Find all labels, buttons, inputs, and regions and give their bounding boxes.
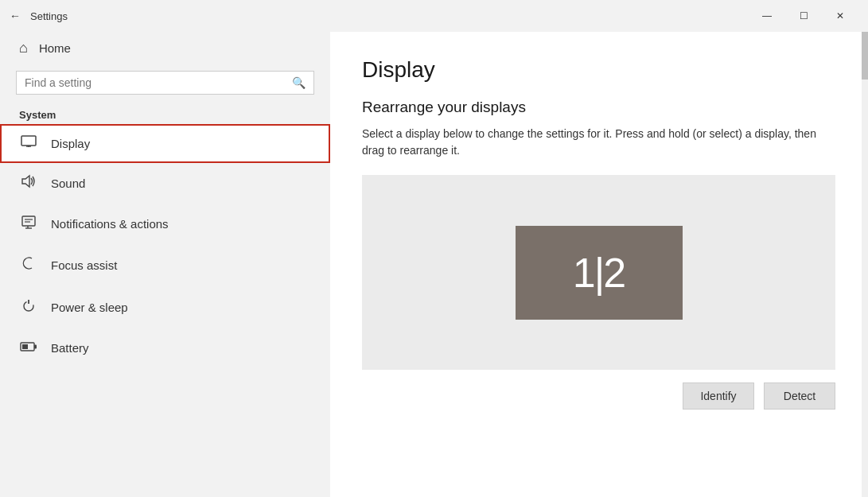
sidebar-item-battery-label: Battery xyxy=(51,341,89,355)
svg-marker-3 xyxy=(22,176,29,187)
display-number-label: 1|2 xyxy=(573,249,625,297)
display-monitor[interactable]: 1|2 xyxy=(516,226,683,320)
home-icon: ⌂ xyxy=(19,40,28,56)
sidebar-item-home[interactable]: ⌂ Home xyxy=(0,32,330,64)
button-row: Identify Detect xyxy=(362,382,835,410)
display-preview-area: 1|2 xyxy=(362,175,835,370)
title-bar-controls: — ☐ ✕ xyxy=(749,0,858,32)
content-area: Display Rearrange your displays Select a… xyxy=(330,32,868,497)
home-label: Home xyxy=(39,41,71,55)
main-layout: ⌂ Home 🔍 System Display xyxy=(0,32,868,497)
detect-button[interactable]: Detect xyxy=(764,382,835,410)
scrollbar-thumb[interactable] xyxy=(862,32,868,80)
close-button[interactable]: ✕ xyxy=(822,0,858,32)
sidebar-item-power-label: Power & sleep xyxy=(51,301,128,314)
minimize-button[interactable]: — xyxy=(749,0,785,32)
sidebar-item-sound[interactable]: Sound xyxy=(0,163,330,204)
sound-icon xyxy=(19,174,38,192)
sidebar-item-battery[interactable]: Battery xyxy=(0,328,330,367)
focus-icon xyxy=(19,255,38,275)
svg-rect-13 xyxy=(22,344,28,349)
title-bar-title: Settings xyxy=(30,10,68,22)
title-bar: ← Settings — ☐ ✕ xyxy=(0,0,868,32)
sidebar-item-notifications-label: Notifications & actions xyxy=(51,217,169,231)
sidebar-item-display[interactable]: Display xyxy=(0,124,330,163)
title-bar-left: ← Settings xyxy=(10,10,749,22)
sidebar-item-sound-label: Sound xyxy=(51,177,85,190)
identify-button[interactable]: Identify xyxy=(683,382,754,410)
sidebar-item-focus-label: Focus assist xyxy=(51,258,117,272)
svg-rect-0 xyxy=(21,136,36,146)
system-section-label: System xyxy=(0,104,330,124)
search-icon: 🔍 xyxy=(292,76,306,89)
svg-rect-12 xyxy=(34,345,37,349)
sidebar-item-focus[interactable]: Focus assist xyxy=(0,244,330,286)
battery-icon xyxy=(19,340,38,356)
maximize-button[interactable]: ☐ xyxy=(785,0,822,32)
back-button[interactable]: ← xyxy=(10,10,21,22)
sidebar-item-power[interactable]: Power & sleep xyxy=(0,286,330,328)
sidebar-item-display-label: Display xyxy=(51,137,90,150)
power-icon xyxy=(19,297,38,317)
rearrange-description: Select a display below to change the set… xyxy=(362,126,823,159)
rearrange-heading: Rearrange your displays xyxy=(362,99,836,116)
sidebar: ⌂ Home 🔍 System Display xyxy=(0,32,330,497)
svg-rect-4 xyxy=(22,216,35,226)
page-title: Display xyxy=(362,57,836,83)
display-icon xyxy=(19,135,38,152)
scrollbar[interactable] xyxy=(862,32,868,497)
search-box[interactable]: 🔍 xyxy=(16,71,314,95)
notifications-icon xyxy=(19,215,38,233)
search-input[interactable] xyxy=(25,76,286,89)
sidebar-item-notifications[interactable]: Notifications & actions xyxy=(0,204,330,244)
